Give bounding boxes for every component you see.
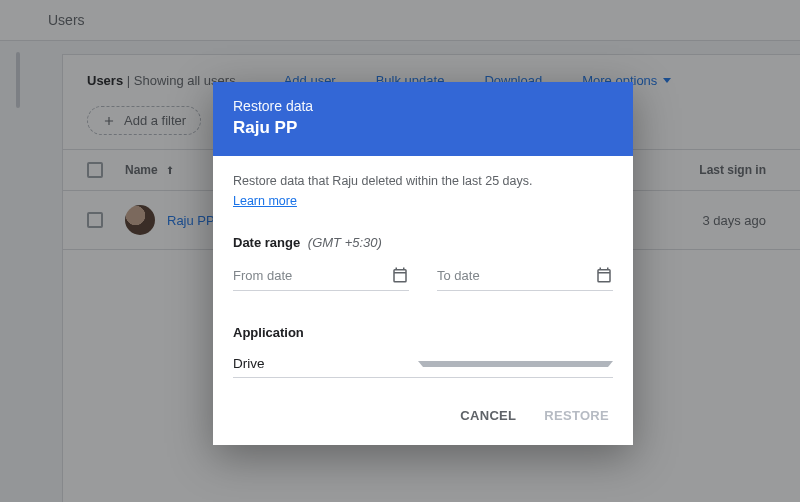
calendar-icon (595, 266, 613, 284)
chevron-down-icon (418, 361, 613, 367)
application-label: Application (233, 325, 613, 340)
timezone-label: (GMT +5:30) (308, 235, 382, 250)
date-range-row: From date To date (233, 260, 613, 291)
date-range-label-text: Date range (233, 235, 300, 250)
calendar-icon (391, 266, 409, 284)
dialog-heading-small: Restore data (233, 98, 613, 114)
dialog-header: Restore data Raju PP (213, 82, 633, 156)
application-value: Drive (233, 356, 418, 371)
date-range-label: Date range (GMT +5:30) (233, 235, 613, 250)
cancel-button[interactable]: CANCEL (460, 408, 516, 423)
from-date-field[interactable]: From date (233, 260, 409, 291)
restore-data-dialog: Restore data Raju PP Restore data that R… (213, 82, 633, 445)
from-date-placeholder: From date (233, 268, 391, 283)
to-date-placeholder: To date (437, 268, 595, 283)
learn-more-link[interactable]: Learn more (233, 194, 297, 208)
dialog-heading-user: Raju PP (233, 118, 613, 138)
to-date-field[interactable]: To date (437, 260, 613, 291)
dialog-body: Restore data that Raju deleted within th… (213, 156, 633, 382)
application-select[interactable]: Drive (233, 350, 613, 378)
dialog-description: Restore data that Raju deleted within th… (233, 174, 613, 188)
dialog-actions: CANCEL RESTORE (213, 382, 633, 445)
restore-button[interactable]: RESTORE (544, 408, 609, 423)
